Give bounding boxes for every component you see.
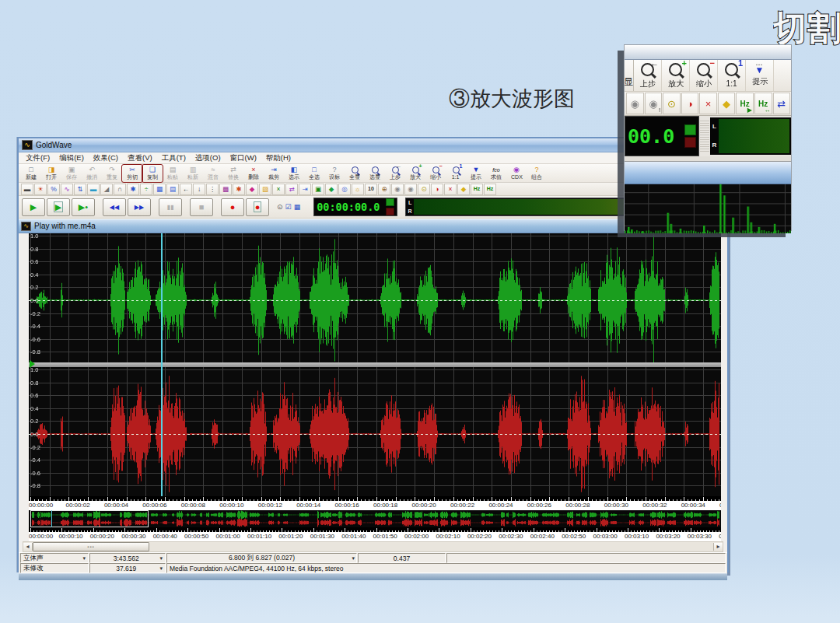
replace-button[interactable]: ⇄替换 bbox=[223, 165, 243, 182]
knob-alert-icon-zoomed[interactable]: ◉! bbox=[645, 93, 663, 114]
show-selection-view-button[interactable]: 选显 bbox=[365, 165, 385, 182]
trim-button[interactable]: ⇥裁剪 bbox=[264, 165, 284, 182]
status-channel-mode[interactable]: 立体声 ▾ bbox=[20, 553, 89, 563]
hz-play-icon[interactable]: Hz bbox=[471, 184, 483, 195]
position-dropdown-icon[interactable]: ▾ bbox=[159, 565, 163, 572]
undo-button[interactable]: ↶撤消 bbox=[82, 165, 102, 182]
ten-icon[interactable]: 10 bbox=[365, 184, 377, 195]
pause-button[interactable]: ▮▮ bbox=[159, 198, 182, 216]
bars-icon[interactable]: ⋮ bbox=[206, 184, 219, 195]
sun-icon[interactable]: ☼ bbox=[352, 184, 364, 195]
zoom-out-button[interactable]: −缩小 bbox=[425, 165, 446, 182]
spark-icon[interactable]: ✱ bbox=[233, 184, 245, 195]
monitor-checkbox-icon[interactable]: ☑ bbox=[285, 203, 292, 211]
down-arrow-icon[interactable]: ↓ bbox=[193, 184, 205, 195]
scroll-right-arrow[interactable]: ▸ bbox=[713, 543, 723, 551]
percent-icon[interactable]: % bbox=[47, 184, 60, 195]
scroll-thumb[interactable]: ▪▪▪ bbox=[33, 542, 149, 551]
arc-icon[interactable]: ∩ bbox=[114, 184, 126, 195]
pitch-icon[interactable]: ∿ bbox=[61, 184, 73, 195]
link-icon[interactable]: ⊙ bbox=[418, 184, 430, 195]
play-from-marker-button[interactable]: ▶• bbox=[72, 198, 95, 216]
overview-strip[interactable] bbox=[29, 510, 721, 527]
set-marker-button[interactable]: ?设标 bbox=[324, 165, 345, 182]
menu-view[interactable]: 查看(V) bbox=[123, 153, 157, 163]
new-file-button[interactable]: □新建 bbox=[21, 165, 41, 182]
status-position[interactable]: 37.619 ▾ bbox=[89, 563, 166, 573]
zoom-1-1-button[interactable]: 11:1 bbox=[446, 165, 466, 182]
drum-icon-zoomed[interactable]: × bbox=[699, 93, 717, 114]
drum-icon[interactable]: × bbox=[444, 184, 457, 195]
balance-icon-zoomed[interactable]: ◑ bbox=[681, 93, 699, 114]
zoom-in-button[interactable]: +放大 bbox=[405, 165, 425, 182]
knob-alert-icon[interactable]: ◉ bbox=[404, 184, 417, 195]
knob-icon[interactable]: ◉ bbox=[391, 184, 404, 195]
compose-button[interactable]: ?组合 bbox=[527, 165, 547, 182]
knob-icon-zoomed[interactable]: ◉ bbox=[626, 93, 644, 114]
menu-help[interactable]: 帮助(H) bbox=[261, 153, 296, 163]
play-button[interactable]: ▶ bbox=[22, 198, 45, 216]
window-titlebar[interactable]: ∿ GoldWave bbox=[19, 138, 727, 152]
selection-dropdown-icon[interactable]: ▾ bbox=[352, 555, 355, 562]
diamond-icon[interactable]: ◆ bbox=[457, 184, 470, 195]
copy-button[interactable]: ❏复制 bbox=[142, 165, 163, 182]
gem-icon[interactable]: ◆ bbox=[325, 184, 338, 195]
hz-play-icon-zoomed[interactable]: Hz▶ bbox=[736, 93, 754, 114]
record-selection-button[interactable]: ● bbox=[246, 198, 269, 216]
balance-icon[interactable]: ◑ bbox=[431, 184, 443, 195]
twenty-icon[interactable]: ⊕ bbox=[378, 184, 390, 195]
show-all-button[interactable]: 全显 bbox=[345, 165, 365, 182]
menu-effect[interactable]: 效果(C) bbox=[89, 153, 123, 163]
save-button[interactable]: ▣保存 bbox=[61, 165, 82, 182]
device-bar-icon[interactable]: ▬ bbox=[21, 184, 33, 195]
hz-stretch-icon-zoomed[interactable]: Hz↔ bbox=[754, 93, 772, 114]
status-length[interactable]: 3:43.562 ▾ bbox=[89, 553, 166, 563]
diamond-icon-zoomed[interactable]: ◆ bbox=[718, 93, 736, 114]
swap-icon[interactable]: ⇄ bbox=[285, 184, 298, 195]
ramp-icon[interactable]: ◢ bbox=[100, 184, 113, 195]
shade-icon[interactable]: ▨ bbox=[259, 184, 271, 195]
divide-icon[interactable]: ÷ bbox=[140, 184, 152, 195]
cdx-button[interactable]: ◉CDX bbox=[506, 165, 527, 182]
redo-button[interactable]: ↷重复 bbox=[102, 165, 122, 182]
zoom-out-button-zoomed[interactable]: −缩小 bbox=[690, 60, 718, 91]
preset-icon[interactable]: ☀ bbox=[34, 184, 47, 195]
cross-icon[interactable]: × bbox=[272, 184, 285, 195]
document-titlebar[interactable]: ∿ Play with me.m4a bbox=[19, 219, 727, 233]
device-levels-icon[interactable]: ▦ bbox=[294, 203, 301, 211]
horizontal-scrollbar[interactable]: ◂ ▪▪▪ ▸ bbox=[23, 541, 723, 552]
media-icon[interactable]: ▣ bbox=[312, 184, 324, 195]
monitor-radio-icon[interactable]: ⊙ bbox=[277, 203, 283, 211]
rewind-button[interactable]: ◀◀ bbox=[103, 198, 126, 216]
paste-new-button[interactable]: ▥粘新 bbox=[183, 165, 203, 182]
table-icon[interactable]: ▤ bbox=[166, 184, 179, 195]
zoom-previous-button-zoomed[interactable]: ←上步 bbox=[634, 60, 662, 91]
evaluate-button[interactable]: fco求值 bbox=[486, 165, 506, 182]
open-file-button[interactable]: ◨打开 bbox=[41, 165, 61, 182]
swap-icon-zoomed[interactable]: ⇄ bbox=[773, 93, 791, 114]
flower-icon[interactable]: ✱ bbox=[127, 184, 139, 195]
menu-options[interactable]: 选项(O) bbox=[191, 153, 226, 163]
zoom-in-button-zoomed[interactable]: +放大 bbox=[662, 60, 690, 91]
view-selection-box[interactable] bbox=[30, 510, 149, 527]
flatten-icon[interactable]: ▬ bbox=[87, 184, 100, 195]
pattern-icon[interactable]: ▩ bbox=[219, 184, 232, 195]
length-dropdown-icon[interactable]: ▾ bbox=[159, 555, 163, 562]
scroll-left-arrow[interactable]: ◂ bbox=[23, 543, 33, 551]
play-selection-button[interactable]: ▶ bbox=[47, 198, 70, 216]
grid-icon[interactable]: ▦ bbox=[153, 184, 166, 195]
tips-button[interactable]: ▼提示 bbox=[466, 165, 486, 182]
tips-button-zoomed[interactable]: ▼提示 bbox=[746, 60, 774, 91]
show-selection-button[interactable]: ◧选示 bbox=[284, 165, 304, 182]
channel-dropdown-icon[interactable]: ▾ bbox=[82, 555, 86, 562]
mix-button[interactable]: ≈混音 bbox=[203, 165, 223, 182]
menu-window[interactable]: 窗口(W) bbox=[226, 153, 261, 163]
fast-forward-button[interactable]: ▶▶ bbox=[128, 198, 151, 216]
paste-button[interactable]: ▤粘贴 bbox=[163, 165, 183, 182]
menu-tool[interactable]: 工具(T) bbox=[157, 153, 191, 163]
record-button[interactable]: ● bbox=[221, 198, 244, 216]
playhead-line[interactable] bbox=[161, 233, 163, 496]
status-selection[interactable]: 6.800 到 6.827 (0.027) ▾ bbox=[166, 553, 357, 563]
zoom-1-1-button-zoomed[interactable]: 11:1 bbox=[718, 60, 746, 91]
hz-stretch-icon[interactable]: Hz bbox=[484, 184, 496, 195]
